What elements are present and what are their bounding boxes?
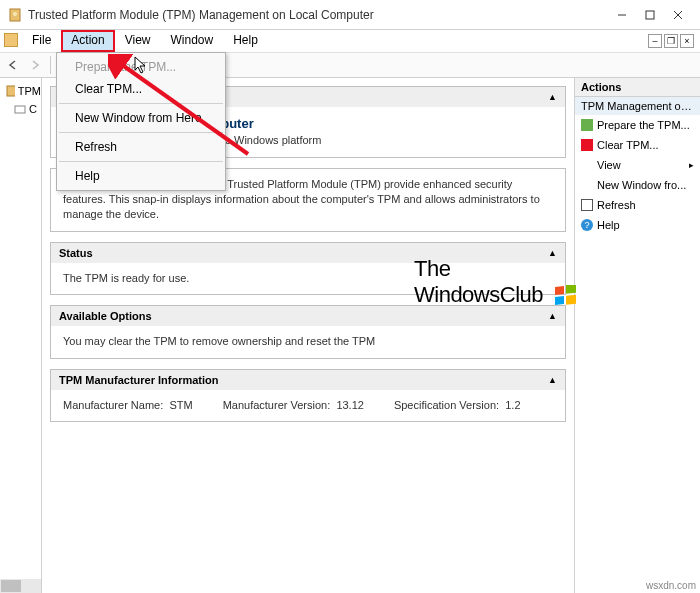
cross-icon <box>581 139 593 151</box>
menu-action[interactable]: Action <box>61 30 114 52</box>
title-bar: Trusted Platform Module (TPM) Management… <box>0 0 700 30</box>
menu-separator <box>59 161 223 162</box>
close-button[interactable] <box>664 5 692 25</box>
tree-scrollbar[interactable] <box>0 579 41 593</box>
menu-help[interactable]: Help <box>223 30 268 52</box>
section-header: TPM Manufacturer Information <box>59 374 219 386</box>
action-refresh[interactable]: Refresh <box>575 195 700 215</box>
spec-version-label: Specification Version: <box>394 399 499 411</box>
maximize-button[interactable] <box>636 5 664 25</box>
tree-pane: TPM C <box>0 78 42 593</box>
collapse-icon[interactable]: ▲ <box>548 248 557 258</box>
arrow-right-icon <box>581 119 593 131</box>
tree-node-tpm[interactable]: TPM <box>0 82 41 100</box>
section-header: Available Options <box>59 310 152 322</box>
svg-rect-9 <box>15 106 25 113</box>
menu-file[interactable]: File <box>22 30 61 52</box>
status-text: The TPM is ready for use. <box>51 263 565 294</box>
menu-item-refresh[interactable]: Refresh <box>57 136 225 158</box>
available-options-section: Available Options▲ You may clear the TPM… <box>50 305 566 358</box>
spec-version-value: 1.2 <box>505 399 520 411</box>
nav-back-icon[interactable] <box>4 56 22 74</box>
manu-version-value: 13.12 <box>336 399 364 411</box>
action-view[interactable]: View <box>575 155 700 175</box>
manu-name-value: STM <box>169 399 192 411</box>
available-options-text: You may clear the TPM to remove ownershi… <box>51 326 565 357</box>
svg-point-1 <box>13 12 17 16</box>
window-title: Trusted Platform Module (TPM) Management… <box>28 8 374 22</box>
mdi-minimize-button[interactable]: – <box>648 34 662 48</box>
mdi-close-button[interactable]: × <box>680 34 694 48</box>
menu-item-help[interactable]: Help <box>57 165 225 187</box>
menu-window[interactable]: Window <box>161 30 224 52</box>
action-clear-tpm[interactable]: Clear TPM... <box>575 135 700 155</box>
menu-item-new-window[interactable]: New Window from Here <box>57 107 225 129</box>
tree-node-child[interactable]: C <box>0 100 41 118</box>
collapse-icon[interactable]: ▲ <box>548 311 557 321</box>
action-new-window[interactable]: New Window fro... <box>575 175 700 195</box>
doc-icon <box>4 33 18 47</box>
actions-subheader[interactable]: TPM Management on ... <box>575 97 700 115</box>
section-header: Status <box>59 247 93 259</box>
actions-header: Actions <box>575 78 700 97</box>
menu-separator <box>59 103 223 104</box>
minimize-button[interactable] <box>608 5 636 25</box>
menu-view[interactable]: View <box>115 30 161 52</box>
menu-bar: File Action View Window Help – ❐ × <box>0 30 700 52</box>
mdi-restore-button[interactable]: ❐ <box>664 34 678 48</box>
app-icon <box>8 8 22 22</box>
status-section: Status▲ The TPM is ready for use. <box>50 242 566 295</box>
manufacturer-section: TPM Manufacturer Information▲ Manufactur… <box>50 369 566 422</box>
menu-separator <box>59 132 223 133</box>
manu-version-label: Manufacturer Version: <box>223 399 331 411</box>
svg-rect-8 <box>7 86 15 96</box>
action-menu-dropdown: Prepare the TPM... Clear TPM... New Wind… <box>56 52 226 191</box>
action-help[interactable]: ?Help <box>575 215 700 235</box>
collapse-icon[interactable]: ▲ <box>548 375 557 385</box>
refresh-icon <box>581 199 593 211</box>
help-icon: ? <box>581 219 593 231</box>
action-prepare-tpm[interactable]: Prepare the TPM... <box>575 115 700 135</box>
tree-node-label: C <box>29 103 37 115</box>
menu-item-prepare-tpm: Prepare the TPM... <box>57 56 225 78</box>
nav-forward-icon[interactable] <box>26 56 44 74</box>
manu-name-label: Manufacturer Name: <box>63 399 163 411</box>
tree-node-label: TPM <box>18 85 41 97</box>
menu-item-clear-tpm[interactable]: Clear TPM... <box>57 78 225 100</box>
svg-rect-3 <box>646 11 654 19</box>
actions-pane: Actions TPM Management on ... Prepare th… <box>574 78 700 593</box>
image-credit: wsxdn.com <box>646 580 696 591</box>
collapse-icon[interactable]: ▲ <box>548 92 557 102</box>
